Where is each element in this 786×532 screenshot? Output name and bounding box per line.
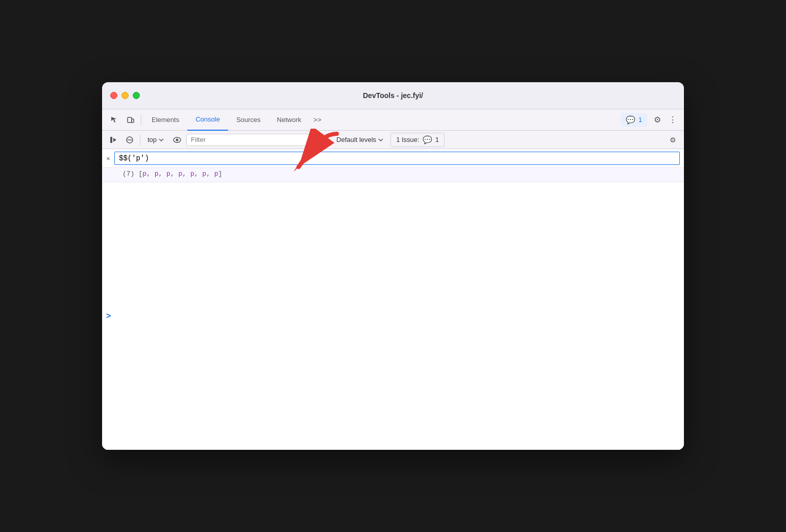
tab-network[interactable]: Network [269, 109, 310, 131]
result-value: [p, p, p, p, p, p, p] [138, 170, 222, 178]
eye-icon[interactable] [170, 133, 184, 147]
device-toggle-icon[interactable] [122, 112, 139, 128]
prompt-icon: > [106, 311, 111, 321]
console-settings-icon[interactable]: ⚙ [666, 133, 680, 147]
run-icon[interactable] [106, 133, 120, 147]
maximize-button[interactable] [133, 92, 140, 99]
tab-console[interactable]: Console [187, 109, 228, 131]
tab-separator-1 [141, 114, 141, 126]
context-dropdown[interactable]: top [143, 133, 168, 147]
inspect-icon[interactable] [106, 112, 122, 128]
ellipsis-icon: ⋮ [669, 115, 677, 125]
console-input[interactable] [114, 152, 680, 165]
tab-sources[interactable]: Sources [228, 109, 269, 131]
traffic-lights [110, 92, 140, 99]
issue-chat-icon: 💬 [423, 135, 432, 144]
settings-button[interactable]: ⚙ [649, 112, 666, 128]
console-input-row: × [102, 149, 684, 168]
close-button[interactable] [110, 92, 117, 99]
chat-icon: 💬 [626, 115, 635, 125]
devtools-window: DevTools - jec.fyi/ [102, 82, 684, 450]
console-toolbar: top Default levels 1 Issue: 💬 1 [102, 131, 684, 149]
tab-bar: Elements Console Sources Network >> 💬 [102, 109, 684, 131]
more-options-button[interactable]: ⋮ [666, 112, 680, 128]
svg-rect-0 [128, 117, 132, 123]
devtools-body: Elements Console Sources Network >> 💬 [102, 109, 684, 450]
issues-badge-button[interactable]: 💬 1 [621, 113, 647, 127]
svg-rect-4 [110, 137, 112, 143]
minimize-button[interactable] [121, 92, 129, 99]
clear-console-icon[interactable] [122, 133, 137, 147]
gear-icon: ⚙ [654, 115, 661, 125]
console-output: × (7) [p, p, p, p, p, p, p] > [102, 149, 684, 450]
tab-more[interactable]: >> [309, 109, 325, 131]
issues-button[interactable]: 1 Issue: 💬 1 [390, 133, 445, 147]
filter-input[interactable] [186, 134, 329, 146]
console-clear-button[interactable]: × [102, 149, 114, 167]
tab-elements[interactable]: Elements [143, 109, 187, 131]
svg-point-8 [176, 138, 179, 141]
clear-icon: × [106, 155, 110, 162]
default-levels-dropdown[interactable]: Default levels [331, 133, 388, 147]
title-bar: DevTools - jec.fyi/ [102, 82, 684, 109]
result-count: (7) [122, 170, 134, 178]
console-prompt-row[interactable]: > [102, 182, 684, 450]
svg-rect-1 [132, 119, 134, 123]
console-result-row: (7) [p, p, p, p, p, p, p] [102, 168, 684, 182]
window-title: DevTools - jec.fyi/ [363, 91, 423, 100]
toolbar-sep-1 [140, 135, 140, 145]
gear-icon-small: ⚙ [670, 136, 676, 144]
